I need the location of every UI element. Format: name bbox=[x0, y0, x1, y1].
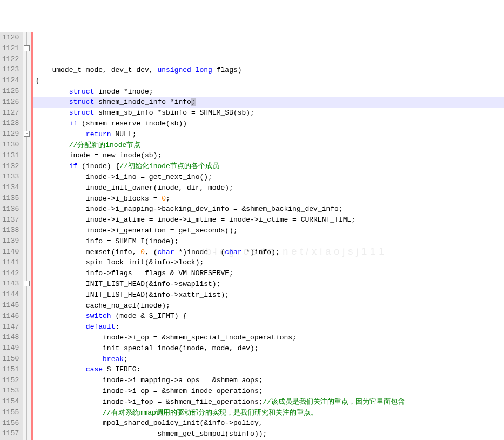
line-number[interactable]: 1132 bbox=[2, 161, 19, 172]
code-line[interactable]: case S_IFREG: bbox=[33, 364, 504, 375]
code-line[interactable]: default: bbox=[33, 322, 504, 332]
code-line[interactable]: inode = new_inode(sb); bbox=[33, 150, 504, 161]
code-token bbox=[191, 66, 196, 74]
line-number[interactable]: 1140 bbox=[2, 246, 19, 257]
code-line[interactable]: if (shmem_reserve_inode(sb)) bbox=[33, 118, 504, 129]
line-number[interactable]: 1153 bbox=[2, 385, 19, 396]
line-number[interactable]: 1147 bbox=[2, 322, 19, 332]
line-number[interactable]: 1124 bbox=[2, 75, 19, 86]
code-line[interactable]: return NULL; bbox=[33, 129, 504, 140]
code-token: switch bbox=[86, 312, 111, 320]
code-line[interactable]: switch (mode & S_IFMT) { bbox=[33, 311, 504, 322]
line-number[interactable]: 1135 bbox=[2, 193, 19, 204]
line-number[interactable]: 1136 bbox=[2, 204, 19, 215]
code-line[interactable]: struct shmem_inode_info *info; bbox=[33, 97, 504, 108]
code-token: unsigned bbox=[157, 66, 191, 74]
line-number[interactable]: 1129 bbox=[2, 129, 19, 139]
code-line[interactable]: inode->i_atime = inode->i_mtime = inode-… bbox=[33, 215, 504, 225]
code-token: ; bbox=[166, 195, 170, 203]
code-editor[interactable]: 1120112111221123112411251126112711281129… bbox=[0, 32, 504, 440]
line-number[interactable]: 1130 bbox=[2, 139, 19, 150]
line-number[interactable]: 1125 bbox=[2, 86, 19, 97]
fold-toggle-icon[interactable]: - bbox=[24, 45, 30, 51]
code-line[interactable]: //分配新的inode节点 bbox=[33, 140, 504, 151]
code-line[interactable]: INIT_LIST_HEAD(&info->swaplist); bbox=[33, 279, 504, 290]
code-line[interactable]: break; bbox=[33, 354, 504, 365]
code-token: cache_no_acl(inode); bbox=[35, 302, 170, 310]
line-number[interactable]: 1156 bbox=[2, 418, 19, 429]
code-token: init_special_inode(inode, mode, dev); bbox=[35, 344, 258, 352]
code-line[interactable]: init_special_inode(inode, mode, dev); bbox=[33, 343, 504, 354]
code-line[interactable]: inode->i_generation = get_seconds(); bbox=[33, 225, 504, 236]
code-line[interactable]: if (inode) {//初始化inode节点的各个成员 bbox=[33, 161, 504, 172]
code-line[interactable]: inode->i_ino = get_next_ino(); bbox=[33, 172, 504, 183]
code-line[interactable]: inode_init_owner(inode, dir, mode); bbox=[33, 183, 504, 194]
code-line[interactable]: memset(info, 0, (char *)inode - (char *)… bbox=[33, 247, 504, 258]
line-number[interactable]: 1126 bbox=[2, 97, 19, 108]
line-number[interactable]: 1154 bbox=[2, 396, 19, 407]
code-token: , ( bbox=[145, 248, 157, 256]
line-number[interactable]: 1127 bbox=[2, 108, 19, 118]
line-number[interactable]: 1149 bbox=[2, 343, 19, 354]
line-number[interactable]: 1123 bbox=[2, 64, 19, 75]
line-number[interactable]: 1121 bbox=[2, 43, 19, 54]
code-line[interactable]: info = SHMEM_I(inode); bbox=[33, 236, 504, 247]
code-token: spin_lock_init(&info->lock); bbox=[35, 258, 204, 266]
code-area[interactable]: blog.csdn.net/xiaojsj111 @51CTO博客 umode_… bbox=[33, 32, 504, 440]
code-token: //初始化inode节点的各个成员 bbox=[119, 162, 219, 170]
code-line[interactable]: inode->i_blocks = 0; bbox=[33, 194, 504, 204]
fold-toggle-icon[interactable]: - bbox=[24, 131, 30, 137]
line-number[interactable]: 1122 bbox=[2, 54, 19, 65]
line-number[interactable]: 1145 bbox=[2, 300, 19, 311]
line-number[interactable]: 1146 bbox=[2, 311, 19, 322]
line-number[interactable]: 1150 bbox=[2, 354, 19, 364]
line-number[interactable]: 1139 bbox=[2, 236, 19, 246]
code-line[interactable]: inode->i_fop = &shmem_file_operations;//… bbox=[33, 397, 504, 408]
code-token: inode->i_ino = get_next_ino(); bbox=[35, 173, 212, 181]
code-line[interactable]: { bbox=[33, 76, 504, 86]
line-number[interactable]: 1155 bbox=[2, 407, 19, 418]
code-line[interactable]: umode_t mode, dev_t dev, unsigned long f… bbox=[33, 65, 504, 76]
code-token: (inode) { bbox=[77, 162, 119, 170]
code-token: default bbox=[86, 323, 116, 331]
line-number[interactable]: 1148 bbox=[2, 332, 19, 343]
code-line[interactable]: info->flags = flags & VM_NORESERVE; bbox=[33, 268, 504, 279]
line-number[interactable]: 1128 bbox=[2, 118, 19, 129]
code-line[interactable]: inode->i_mapping->backing_dev_info = &sh… bbox=[33, 204, 504, 215]
code-token: INIT_LIST_HEAD(&info->swaplist); bbox=[35, 280, 220, 288]
code-line[interactable]: spin_lock_init(&info->lock); bbox=[33, 257, 504, 268]
code-line[interactable]: inode->i_op = &shmem_inode_operations; bbox=[33, 386, 504, 397]
code-line[interactable]: inode->i_mapping->a_ops = &shmem_aops; bbox=[33, 375, 504, 386]
line-number[interactable]: 1133 bbox=[2, 171, 19, 182]
line-number[interactable]: 1141 bbox=[2, 257, 19, 268]
line-number[interactable]: 1142 bbox=[2, 268, 19, 279]
line-number[interactable]: 1144 bbox=[2, 289, 19, 300]
line-number-gutter[interactable]: 1120112111221123112411251126112711281129… bbox=[0, 32, 23, 440]
line-number[interactable]: 1152 bbox=[2, 375, 19, 386]
code-line[interactable]: struct inode *inode; bbox=[33, 86, 504, 97]
code-line[interactable]: shmem_get_sbmpol(sbinfo)); bbox=[33, 429, 504, 439]
code-token: inode = new_inode(sb); bbox=[35, 151, 162, 159]
code-token: shmem_sb_info *sbinfo = SHMEM_SB(sb); bbox=[94, 109, 254, 117]
code-token: *)info); bbox=[242, 248, 280, 256]
line-number[interactable]: 1120 bbox=[2, 32, 19, 43]
line-number[interactable]: 1134 bbox=[2, 182, 19, 193]
line-number[interactable]: 1157 bbox=[2, 428, 19, 439]
code-line[interactable]: inode->i_op = &shmem_special_inode_opera… bbox=[33, 332, 504, 343]
line-number[interactable]: 1143 bbox=[2, 278, 19, 289]
code-token bbox=[35, 119, 69, 128]
code-line[interactable]: INIT_LIST_HEAD(&info->xattr_list); bbox=[33, 290, 504, 301]
code-token: memset(info, bbox=[35, 248, 140, 256]
fold-column[interactable]: --- bbox=[23, 32, 31, 440]
line-number[interactable]: 1137 bbox=[2, 215, 19, 225]
code-line[interactable]: cache_no_acl(inode); bbox=[33, 301, 504, 311]
code-line[interactable]: //有对系统mmap调用的驱动部分的实现，是我们研究和关注的重点。 bbox=[33, 408, 504, 418]
code-line[interactable]: struct shmem_sb_info *sbinfo = SHMEM_SB(… bbox=[33, 108, 504, 118]
line-number[interactable]: 1131 bbox=[2, 150, 19, 161]
fold-toggle-icon[interactable]: - bbox=[24, 281, 30, 286]
line-number[interactable]: 1151 bbox=[2, 364, 19, 375]
code-token bbox=[35, 130, 86, 138]
code-line[interactable]: mpol_shared_policy_init(&info->policy, bbox=[33, 418, 504, 429]
code-token: inode->i_mapping->a_ops = &shmem_aops; bbox=[35, 376, 263, 384]
line-number[interactable]: 1138 bbox=[2, 225, 19, 236]
